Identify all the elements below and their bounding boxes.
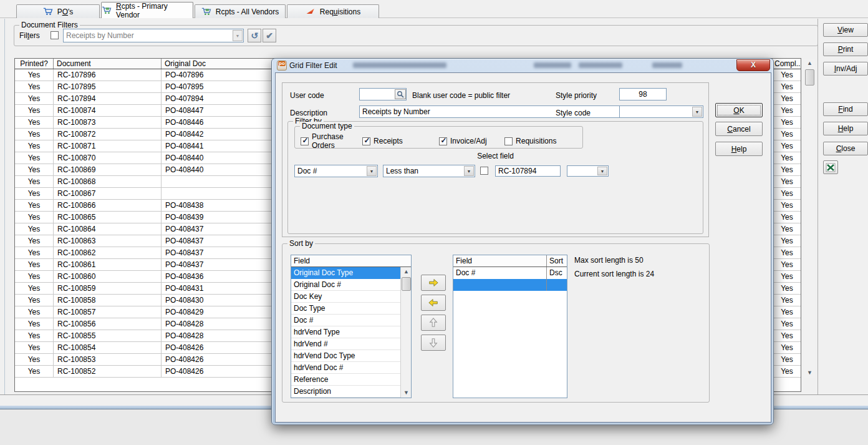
grid-vertical-scrollbar[interactable]: ▲ ▼ bbox=[804, 59, 815, 378]
doc-type-checkbox[interactable] bbox=[439, 137, 447, 145]
screen: PO's Rcpts - Primary Vendor Rcpts - All … bbox=[0, 0, 868, 445]
remove-sort-field-button[interactable] bbox=[421, 295, 446, 311]
tab-label: Rcpts - All Vendors bbox=[216, 7, 279, 16]
print-button[interactable]: Print bbox=[823, 42, 868, 56]
sort-row[interactable] bbox=[453, 279, 567, 291]
style-code-combobox[interactable]: ▼ bbox=[619, 105, 703, 118]
list-item[interactable]: hdrVend Type bbox=[291, 326, 400, 338]
list-scrollbar[interactable]: ▲ ▼ bbox=[400, 267, 411, 398]
field-column-header[interactable]: Field bbox=[453, 255, 547, 267]
list-item[interactable]: Doc # bbox=[291, 315, 400, 326]
cell-printed: Yes bbox=[15, 259, 54, 270]
tab-label: Requisitions bbox=[320, 7, 360, 16]
cell-printed: Yes bbox=[15, 235, 54, 247]
filter-value-field[interactable] bbox=[495, 165, 561, 177]
cell-document: RC-107894 bbox=[54, 93, 162, 104]
doc-type-option: Requisitions bbox=[504, 132, 579, 150]
chevron-down-icon[interactable]: ▼ bbox=[233, 30, 243, 41]
column-header-document[interactable]: Document bbox=[54, 59, 162, 69]
operator-combobox[interactable]: Less than ▼ bbox=[383, 165, 475, 177]
find-button[interactable]: Find bbox=[823, 102, 868, 116]
tab-rcpts-primary-vendor[interactable]: Rcpts - Primary Vendor bbox=[101, 2, 193, 18]
column-header-printed[interactable]: Printed? bbox=[15, 59, 54, 69]
filter-value2-combobox[interactable]: ▼ bbox=[567, 165, 609, 177]
user-code-lookup-button[interactable] bbox=[395, 89, 406, 99]
filters-checkbox[interactable] bbox=[51, 31, 59, 39]
glass-blur-artifact bbox=[579, 62, 622, 68]
list-item[interactable]: Original Doc # bbox=[291, 279, 400, 291]
chevron-down-icon[interactable]: ▼ bbox=[367, 166, 377, 176]
style-code-label: Style code bbox=[556, 109, 591, 117]
sort-fields-header: Field Sort bbox=[453, 255, 567, 267]
cell-document: RC-100873 bbox=[54, 117, 162, 128]
excel-export-button[interactable] bbox=[823, 160, 838, 174]
inv-adj-button[interactable]: Inv/Adj bbox=[823, 62, 868, 76]
cell-printed: Yes bbox=[15, 223, 54, 235]
cell-completed: Yes bbox=[773, 330, 801, 342]
negate-checkbox[interactable] bbox=[480, 167, 488, 175]
refresh-filter-button[interactable]: ↺ bbox=[248, 29, 261, 42]
dialog-title-bar[interactable]: po Grid Filter Edit X bbox=[272, 59, 773, 72]
apply-filter-button[interactable]: ✔ bbox=[263, 29, 276, 42]
cancel-button[interactable]: Cancel bbox=[715, 122, 763, 136]
add-sort-field-button[interactable] bbox=[421, 275, 446, 291]
current-sort-length-note: Current sort length is 24 bbox=[574, 270, 654, 278]
glass-blur-artifact bbox=[353, 62, 446, 68]
move-sort-down-button[interactable] bbox=[421, 335, 446, 351]
help-button[interactable]: Help bbox=[823, 122, 868, 135]
scrollbar-thumb[interactable] bbox=[402, 277, 411, 291]
scroll-down-icon[interactable]: ▼ bbox=[804, 368, 815, 378]
scrollbar-thumb[interactable] bbox=[805, 69, 814, 86]
list-item[interactable]: hdrVend Doc Type bbox=[291, 350, 400, 362]
chevron-down-icon[interactable]: ▼ bbox=[597, 167, 607, 175]
select-field-combobox[interactable]: Doc # ▼ bbox=[294, 165, 378, 177]
doc-type-checkbox[interactable] bbox=[504, 137, 513, 145]
filter-preset-combobox[interactable]: Receipts by Number ▼ bbox=[63, 29, 244, 42]
description-field[interactable] bbox=[359, 105, 635, 118]
cell-document: RC-100874 bbox=[54, 105, 162, 116]
list-item[interactable]: Reference bbox=[291, 374, 400, 386]
cell-document: RC-100859 bbox=[54, 283, 162, 294]
move-sort-up-button[interactable] bbox=[421, 315, 446, 331]
tab-requisitions[interactable]: Requisitions bbox=[287, 4, 379, 18]
pane-border-right bbox=[817, 19, 818, 404]
scroll-up-icon[interactable]: ▲ bbox=[401, 267, 412, 276]
cell-completed: Yes bbox=[773, 188, 801, 200]
list-item[interactable]: Description bbox=[291, 386, 400, 398]
cell-printed: Yes bbox=[15, 330, 54, 341]
doc-type-checkbox[interactable] bbox=[362, 137, 370, 145]
dialog-title: Grid Filter Edit bbox=[289, 61, 337, 70]
doc-type-checkbox[interactable] bbox=[301, 137, 309, 145]
close-icon: X bbox=[751, 61, 756, 69]
list-item[interactable]: Doc Type bbox=[291, 303, 400, 315]
chevron-down-icon[interactable]: ▼ bbox=[692, 107, 702, 117]
list-item[interactable]: Original Doc Type bbox=[291, 267, 400, 279]
dialog-close-button[interactable]: X bbox=[736, 59, 770, 71]
cell-printed: Yes bbox=[15, 81, 54, 92]
description-label: Description bbox=[290, 109, 327, 117]
cell-completed: Yes bbox=[773, 223, 801, 235]
list-item[interactable]: hdrVend Doc # bbox=[291, 362, 400, 374]
view-button[interactable]: View bbox=[823, 23, 868, 37]
cell-document: RC-100864 bbox=[54, 223, 162, 235]
tab-rcpts-all-vendors[interactable]: Rcpts - All Vendors bbox=[195, 4, 286, 18]
doc-type-option: Receipts bbox=[362, 132, 439, 150]
ok-button[interactable]: OK bbox=[715, 103, 763, 117]
scroll-up-icon[interactable]: ▲ bbox=[804, 59, 815, 68]
cell-document: RC-100853 bbox=[54, 354, 162, 365]
sort-column-header[interactable]: Sort bbox=[547, 255, 567, 267]
dialog-help-button[interactable]: Help bbox=[715, 142, 763, 156]
chevron-down-icon[interactable]: ▼ bbox=[464, 166, 474, 176]
column-header-completed[interactable]: Compl... bbox=[773, 59, 801, 69]
list-item[interactable]: hdrVend # bbox=[291, 338, 400, 350]
user-code-label: User code bbox=[290, 91, 324, 100]
style-priority-field[interactable] bbox=[619, 88, 667, 100]
list-item[interactable]: Doc Key bbox=[291, 291, 400, 303]
document-filters-group: Document Filters Filters Receipts by Num… bbox=[14, 25, 818, 46]
available-fields-list: Field Original Doc TypeOriginal Doc #Doc… bbox=[291, 255, 412, 398]
tab-pos[interactable]: PO's bbox=[16, 4, 100, 18]
scroll-down-icon[interactable]: ▼ bbox=[401, 388, 412, 398]
sort-row[interactable]: Doc #Dsc bbox=[453, 267, 567, 279]
close-button[interactable]: Close bbox=[823, 142, 868, 155]
field-column-header[interactable]: Field bbox=[291, 255, 411, 267]
